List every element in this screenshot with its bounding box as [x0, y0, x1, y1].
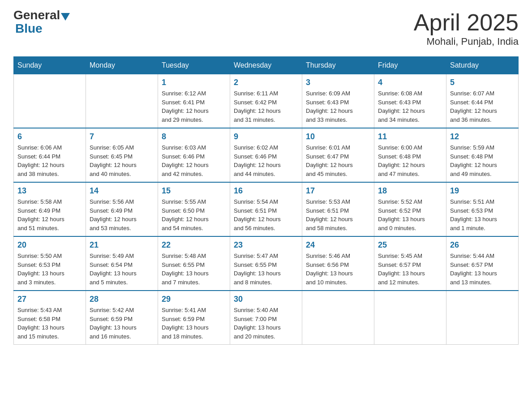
title-section: April 2025 Mohali, Punjab, India: [414, 9, 519, 47]
logo-arrow-icon: [61, 13, 70, 21]
day-info: Sunrise: 6:12 AM Sunset: 6:41 PM Dayligh…: [162, 89, 226, 124]
calendar-cell: 24Sunrise: 5:46 AM Sunset: 6:56 PM Dayli…: [302, 236, 374, 291]
calendar-cell: 3Sunrise: 6:09 AM Sunset: 6:43 PM Daylig…: [302, 74, 374, 128]
day-info: Sunrise: 5:47 AM Sunset: 6:55 PM Dayligh…: [234, 252, 298, 287]
day-number: 4: [378, 78, 442, 87]
calendar-cell: 11Sunrise: 6:00 AM Sunset: 6:48 PM Dayli…: [374, 128, 446, 182]
day-info: Sunrise: 6:03 AM Sunset: 6:46 PM Dayligh…: [162, 143, 226, 178]
day-number: 26: [450, 240, 515, 250]
page-header: General Blue April 2025 Mohali, Punjab, …: [13, 9, 519, 47]
day-info: Sunrise: 6:08 AM Sunset: 6:43 PM Dayligh…: [378, 89, 442, 124]
day-info: Sunrise: 6:01 AM Sunset: 6:47 PM Dayligh…: [306, 143, 370, 178]
day-number: 23: [234, 240, 298, 250]
calendar-cell: 26Sunrise: 5:44 AM Sunset: 6:57 PM Dayli…: [446, 236, 519, 291]
calendar-cell: [302, 291, 374, 345]
day-number: 29: [162, 295, 226, 304]
day-info: Sunrise: 5:58 AM Sunset: 6:49 PM Dayligh…: [17, 197, 82, 232]
day-number: 19: [450, 186, 515, 196]
calendar-cell: 27Sunrise: 5:43 AM Sunset: 6:58 PM Dayli…: [14, 291, 86, 345]
logo-blue-text: Blue: [15, 21, 43, 35]
calendar-cell: [14, 74, 86, 128]
day-info: Sunrise: 5:56 AM Sunset: 6:49 PM Dayligh…: [90, 197, 154, 232]
day-number: 12: [450, 132, 515, 141]
calendar-cell: 8Sunrise: 6:03 AM Sunset: 6:46 PM Daylig…: [158, 128, 230, 182]
calendar-cell: 4Sunrise: 6:08 AM Sunset: 6:43 PM Daylig…: [374, 74, 446, 128]
day-number: 28: [90, 295, 154, 304]
calendar-week-row: 1Sunrise: 6:12 AM Sunset: 6:41 PM Daylig…: [14, 74, 519, 128]
calendar-cell: 13Sunrise: 5:58 AM Sunset: 6:49 PM Dayli…: [14, 182, 86, 236]
calendar-cell: 14Sunrise: 5:56 AM Sunset: 6:49 PM Dayli…: [86, 182, 158, 236]
day-number: 9: [234, 132, 298, 141]
calendar-cell: 22Sunrise: 5:48 AM Sunset: 6:55 PM Dayli…: [158, 236, 230, 291]
day-number: 1: [162, 78, 226, 87]
calendar-cell: [86, 74, 158, 128]
day-info: Sunrise: 5:43 AM Sunset: 6:58 PM Dayligh…: [17, 306, 82, 341]
day-info: Sunrise: 5:41 AM Sunset: 6:59 PM Dayligh…: [162, 306, 226, 341]
weekday-header-saturday: Saturday: [446, 57, 519, 74]
calendar-cell: 9Sunrise: 6:02 AM Sunset: 6:46 PM Daylig…: [230, 128, 302, 182]
day-number: 10: [306, 132, 370, 141]
weekday-header-sunday: Sunday: [14, 57, 86, 74]
day-info: Sunrise: 5:53 AM Sunset: 6:51 PM Dayligh…: [306, 197, 370, 232]
day-info: Sunrise: 5:46 AM Sunset: 6:56 PM Dayligh…: [306, 252, 370, 287]
calendar-cell: 6Sunrise: 6:06 AM Sunset: 6:44 PM Daylig…: [14, 128, 86, 182]
logo: General Blue: [13, 9, 71, 36]
day-info: Sunrise: 5:51 AM Sunset: 6:53 PM Dayligh…: [450, 197, 515, 232]
calendar-cell: 7Sunrise: 6:05 AM Sunset: 6:45 PM Daylig…: [86, 128, 158, 182]
day-number: 7: [90, 132, 154, 141]
calendar-week-row: 6Sunrise: 6:06 AM Sunset: 6:44 PM Daylig…: [14, 128, 519, 182]
calendar-cell: 30Sunrise: 5:40 AM Sunset: 7:00 PM Dayli…: [230, 291, 302, 345]
calendar-cell: 19Sunrise: 5:51 AM Sunset: 6:53 PM Dayli…: [446, 182, 519, 236]
location-subtitle: Mohali, Punjab, India: [414, 36, 519, 47]
month-year-title: April 2025: [414, 9, 519, 36]
day-number: 15: [162, 186, 226, 196]
calendar-cell: 1Sunrise: 6:12 AM Sunset: 6:41 PM Daylig…: [158, 74, 230, 128]
calendar-table: SundayMondayTuesdayWednesdayThursdayFrid…: [13, 56, 519, 345]
calendar-week-row: 13Sunrise: 5:58 AM Sunset: 6:49 PM Dayli…: [14, 182, 519, 236]
day-number: 20: [17, 240, 82, 250]
day-number: 18: [378, 186, 442, 196]
day-number: 2: [234, 78, 298, 87]
calendar-cell: 2Sunrise: 6:11 AM Sunset: 6:42 PM Daylig…: [230, 74, 302, 128]
calendar-cell: 20Sunrise: 5:50 AM Sunset: 6:53 PM Dayli…: [14, 236, 86, 291]
calendar-cell: 12Sunrise: 5:59 AM Sunset: 6:48 PM Dayli…: [446, 128, 519, 182]
day-number: 17: [306, 186, 370, 196]
calendar-week-row: 27Sunrise: 5:43 AM Sunset: 6:58 PM Dayli…: [14, 291, 519, 345]
day-info: Sunrise: 5:52 AM Sunset: 6:52 PM Dayligh…: [378, 197, 442, 232]
day-number: 14: [90, 186, 154, 196]
day-info: Sunrise: 5:49 AM Sunset: 6:54 PM Dayligh…: [90, 252, 154, 287]
logo-general-text: General: [13, 9, 60, 21]
day-info: Sunrise: 5:50 AM Sunset: 6:53 PM Dayligh…: [17, 252, 82, 287]
day-info: Sunrise: 5:40 AM Sunset: 7:00 PM Dayligh…: [234, 306, 298, 341]
day-info: Sunrise: 5:42 AM Sunset: 6:59 PM Dayligh…: [90, 306, 154, 341]
weekday-header-friday: Friday: [374, 57, 446, 74]
calendar-cell: 28Sunrise: 5:42 AM Sunset: 6:59 PM Dayli…: [86, 291, 158, 345]
day-info: Sunrise: 6:11 AM Sunset: 6:42 PM Dayligh…: [234, 89, 298, 124]
calendar-cell: 16Sunrise: 5:54 AM Sunset: 6:51 PM Dayli…: [230, 182, 302, 236]
day-info: Sunrise: 6:06 AM Sunset: 6:44 PM Dayligh…: [17, 143, 82, 178]
day-number: 13: [17, 186, 82, 196]
day-info: Sunrise: 6:05 AM Sunset: 6:45 PM Dayligh…: [90, 143, 154, 178]
day-info: Sunrise: 6:02 AM Sunset: 6:46 PM Dayligh…: [234, 143, 298, 178]
calendar-cell: 21Sunrise: 5:49 AM Sunset: 6:54 PM Dayli…: [86, 236, 158, 291]
calendar-cell: [374, 291, 446, 345]
calendar-cell: 5Sunrise: 6:07 AM Sunset: 6:44 PM Daylig…: [446, 74, 519, 128]
weekday-header-row: SundayMondayTuesdayWednesdayThursdayFrid…: [14, 57, 519, 74]
calendar-cell: 23Sunrise: 5:47 AM Sunset: 6:55 PM Dayli…: [230, 236, 302, 291]
weekday-header-tuesday: Tuesday: [158, 57, 230, 74]
day-number: 24: [306, 240, 370, 250]
weekday-header-wednesday: Wednesday: [230, 57, 302, 74]
day-number: 21: [90, 240, 154, 250]
calendar-cell: 10Sunrise: 6:01 AM Sunset: 6:47 PM Dayli…: [302, 128, 374, 182]
day-info: Sunrise: 5:59 AM Sunset: 6:48 PM Dayligh…: [450, 143, 515, 178]
calendar-week-row: 20Sunrise: 5:50 AM Sunset: 6:53 PM Dayli…: [14, 236, 519, 291]
weekday-header-thursday: Thursday: [302, 57, 374, 74]
day-number: 8: [162, 132, 226, 141]
calendar-cell: 17Sunrise: 5:53 AM Sunset: 6:51 PM Dayli…: [302, 182, 374, 236]
day-info: Sunrise: 5:54 AM Sunset: 6:51 PM Dayligh…: [234, 197, 298, 232]
calendar-cell: [446, 291, 519, 345]
day-number: 16: [234, 186, 298, 196]
day-number: 5: [450, 78, 515, 87]
day-number: 22: [162, 240, 226, 250]
day-number: 25: [378, 240, 442, 250]
